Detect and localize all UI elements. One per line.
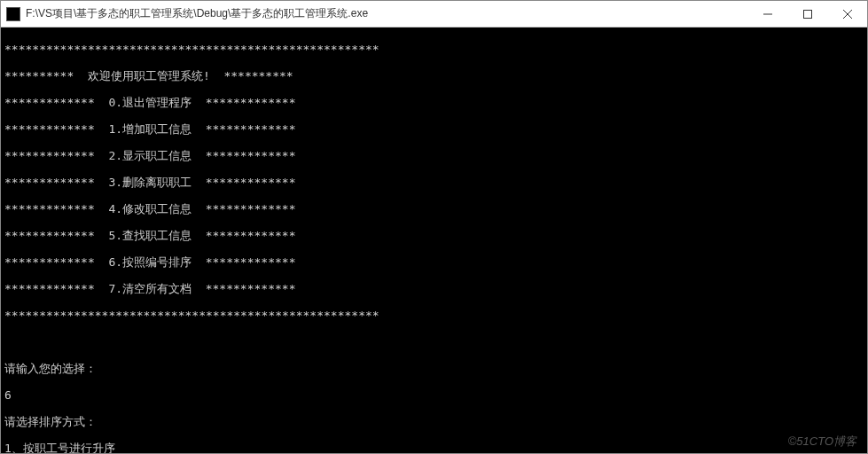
menu-item: ************* 4.修改职工信息 ************* [4, 202, 864, 215]
svg-rect-0 [803, 10, 811, 18]
input-choice: 6 [4, 388, 864, 402]
window-titlebar: F:\VS项目\基于多态的职工管理系统\Debug\基于多态的职工管理系统.ex… [1, 1, 867, 27]
minimize-button[interactable] [747, 1, 787, 27]
banner-border: ****************************************… [4, 309, 864, 322]
menu-item: ************* 3.删除离职职工 ************* [4, 176, 864, 189]
menu-item: ************* 5.查找职工信息 ************* [4, 229, 864, 242]
console-output[interactable]: ****************************************… [1, 27, 867, 453]
menu-item: ************* 0.退出管理程序 ************* [4, 96, 864, 109]
prompt-sort: 请选择排序方式： [4, 415, 864, 428]
menu-item: ************* 6.按照编号排序 ************* [4, 255, 864, 269]
maximize-button[interactable] [787, 1, 827, 27]
prompt-choose: 请输入您的选择： [4, 362, 864, 375]
banner-title: ********** 欢迎使用职工管理系统! ********** [4, 69, 864, 82]
menu-item: ************* 1.增加职工信息 ************* [4, 122, 864, 136]
menu-item: ************* 2.显示职工信息 ************* [4, 149, 864, 162]
window-buttons [747, 1, 867, 27]
banner-border: ****************************************… [4, 43, 864, 56]
window-title: F:\VS项目\基于多态的职工管理系统\Debug\基于多态的职工管理系统.ex… [26, 6, 747, 21]
blank-line [4, 335, 864, 348]
watermark: ©51CTO博客 [788, 434, 856, 448]
console-icon [6, 7, 20, 21]
close-button[interactable] [827, 1, 867, 27]
sort-option-asc: 1、按职工号进行升序 [4, 442, 864, 454]
menu-item: ************* 7.清空所有文档 ************* [4, 282, 864, 295]
